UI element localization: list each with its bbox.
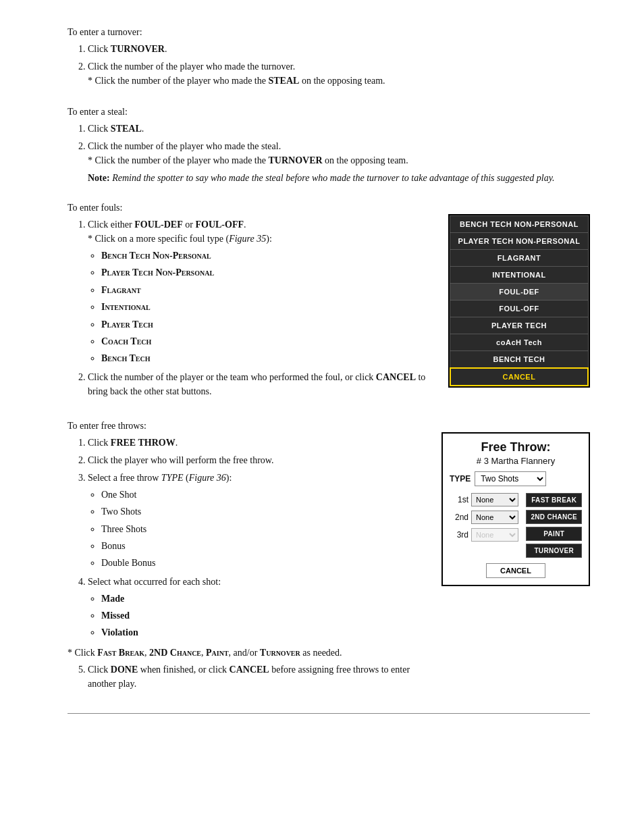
- ft-side-buttons: FAST BREAK 2ND CHANCE PAINT TURNOVER: [526, 493, 582, 558]
- ft-cancel-row: CANCEL: [450, 563, 582, 578]
- ft-shot-row-3: 3rd None: [450, 528, 522, 542]
- foul-type-bench-tech: Bench Tech: [101, 351, 428, 366]
- ft-shot-2nd-dropdown[interactable]: None Made Missed Violation: [471, 511, 518, 524]
- foul-type-intentional: Intentional: [101, 300, 428, 315]
- ft-shot-row-2: 2nd None Made Missed Violation: [450, 511, 522, 524]
- fouls-intro: To enter fouls:: [68, 203, 590, 213]
- ft-shot-label-2nd: 2nd: [450, 513, 468, 522]
- ft-fast-break-ref: Fast Break: [97, 648, 144, 658]
- ft-shot-3rd-dropdown[interactable]: None: [471, 528, 518, 542]
- bottom-rule: [68, 713, 590, 714]
- steal-note: Note: Remind the spotter to say who made…: [88, 173, 590, 184]
- ft-step-5: Click DONE when finished, or click CANCE…: [88, 662, 421, 691]
- ft-two-shots: Two Shots: [101, 504, 421, 519]
- paint-button[interactable]: PAINT: [526, 527, 582, 541]
- ft-step-4: Select what occurred for each shot: Made…: [88, 575, 421, 641]
- ft-panel-subtitle: # 3 Martha Flannery: [450, 456, 582, 466]
- ft-bonus: Bonus: [101, 539, 421, 554]
- fouls-row: Click either FOUL-DEF or FOUL-OFF. * Cli…: [68, 217, 590, 402]
- fouls-step-2: Click the number of the player or the te…: [88, 370, 428, 398]
- foul-type-coach-tech: Coach Tech: [101, 334, 428, 349]
- player-tech-button[interactable]: PLAYER TECH: [450, 317, 589, 334]
- note-before: before: [286, 173, 309, 183]
- foul-off-link: FOUL-OFF: [195, 219, 244, 230]
- foul-def-button[interactable]: FOUL-DEF: [450, 283, 589, 300]
- foul-off-button[interactable]: FOUL-OFF: [450, 300, 589, 317]
- ft-2nd-chance-ref: 2ND Chance: [149, 648, 201, 658]
- turnover-section: To enter a turnover: Click TURNOVER. Cli…: [68, 27, 590, 88]
- fouls-panel: BENCH TECH NON-PERSONAL PLAYER TECH NON-…: [448, 214, 590, 388]
- bench-tech-np-button[interactable]: BENCH TECH NON-PERSONAL: [450, 215, 589, 232]
- ft-one-shot: One Shot: [101, 488, 421, 502]
- bench-tech-button[interactable]: BENCH TECH: [450, 350, 589, 367]
- note-label: Note:: [88, 173, 110, 183]
- foul-type-player-tech: Player Tech: [101, 317, 428, 332]
- ft-text: Click FREE THROW. Click the player who w…: [68, 436, 421, 694]
- coach-tech-button[interactable]: coAcH Tech: [450, 334, 589, 350]
- ft-shots-area: 1st None Made Missed Violation 2nd None …: [450, 493, 582, 558]
- ft-type-label: TYPE: [450, 474, 471, 484]
- ft-footnote: * Click Fast Break, 2ND Chance, Paint, a…: [68, 648, 421, 658]
- ft-three-shots: Three Shots: [101, 522, 421, 537]
- steal-intro: To enter a steal:: [68, 107, 590, 118]
- ft-double-bonus: Double Bonus: [101, 556, 421, 571]
- turnover-step-1: Click TURNOVER.: [88, 42, 590, 56]
- player-tech-np-button[interactable]: PLAYER TECH NON-PERSONAL: [450, 232, 589, 249]
- ft-shot-1st-dropdown[interactable]: None Made Missed Violation: [471, 493, 518, 506]
- ft-type-row: TYPE One Shot Two Shots Three Shots Bonu…: [450, 471, 582, 486]
- ft-type-list: One Shot Two Shots Three Shots Bonus Dou…: [101, 488, 421, 571]
- figure35-ref: Figure 35: [229, 234, 266, 244]
- ft-shot-label-1st: 1st: [450, 495, 468, 504]
- ft-row: Click FREE THROW. Click the player who w…: [68, 436, 590, 694]
- figure36-ref: Figure 36: [189, 473, 226, 483]
- intentional-button[interactable]: INTENTIONAL: [450, 266, 589, 283]
- foul-types-list: Bench Tech Non-Personal Player Tech Non-…: [101, 249, 428, 367]
- ft-done-ref: DONE: [111, 664, 138, 675]
- ft-shot-label-3rd: 3rd: [450, 530, 468, 540]
- ft-step-3: Select a free throw TYPE (Figure 36): On…: [88, 471, 421, 571]
- ft-paint-ref: Paint: [206, 648, 229, 658]
- fouls-cancel-button[interactable]: CANCEL: [450, 367, 589, 386]
- ft-outcome-list: Made Missed Violation: [101, 592, 421, 641]
- turnover-ref: TURNOVER: [268, 155, 322, 165]
- ft-section: To enter free throws: Click FREE THROW. …: [68, 421, 590, 694]
- ft-made: Made: [101, 592, 421, 606]
- steal-ref: STEAL: [268, 76, 299, 86]
- ft-shots-left: 1st None Made Missed Violation 2nd None …: [450, 493, 522, 558]
- turnover-step-2: Click the number of the player who made …: [88, 59, 590, 88]
- ft-turnover-ref: Turnover: [260, 648, 300, 658]
- ft-panel: Free Throw: # 3 Martha Flannery TYPE One…: [441, 432, 590, 586]
- turnover-intro: To enter a turnover:: [68, 27, 590, 38]
- foul-type-flagrant: Flagrant: [101, 283, 428, 298]
- steal-step-2: Click the number of the player who made …: [88, 139, 590, 167]
- steal-section: To enter a steal: Click STEAL. Click the…: [68, 107, 590, 184]
- ft-type-italic: TYPE: [161, 473, 184, 483]
- 2nd-chance-button[interactable]: 2ND CHANCE: [526, 510, 582, 524]
- steal-link: STEAL: [111, 124, 142, 134]
- flagrant-button[interactable]: FLAGRANT: [450, 249, 589, 266]
- steal-step-1: Click STEAL.: [88, 122, 590, 136]
- foul-type-player-tech-np: Player Tech Non-Personal: [101, 265, 428, 280]
- foul-type-bench-tech-np: Bench Tech Non-Personal: [101, 249, 428, 263]
- ft-panel-title: Free Throw:: [450, 440, 582, 454]
- ft-step-2: Click the player who will perform the fr…: [88, 453, 421, 467]
- fouls-text: Click either FOUL-DEF or FOUL-OFF. * Cli…: [68, 217, 428, 402]
- turnover-link: TURNOVER: [111, 44, 165, 54]
- fast-break-button[interactable]: FAST BREAK: [526, 493, 582, 507]
- ft-link: FREE THROW: [111, 438, 176, 448]
- foul-def-link: FOUL-DEF: [134, 219, 183, 230]
- fouls-cancel-ref: CANCEL: [376, 372, 416, 382]
- ft-cancel-ref: CANCEL: [230, 664, 269, 675]
- ft-cancel-button[interactable]: CANCEL: [486, 563, 545, 578]
- fouls-step-1: Click either FOUL-DEF or FOUL-OFF. * Cli…: [88, 217, 428, 367]
- ft-step-1: Click FREE THROW.: [88, 436, 421, 450]
- fouls-section: To enter fouls: Click either FOUL-DEF or…: [68, 203, 590, 402]
- ft-missed: Missed: [101, 608, 421, 623]
- ft-shot-row-1: 1st None Made Missed Violation: [450, 493, 522, 506]
- turnover-button[interactable]: TURNOVER: [526, 544, 582, 558]
- ft-intro: To enter free throws:: [68, 421, 590, 432]
- ft-violation: Violation: [101, 625, 421, 640]
- ft-type-dropdown[interactable]: One Shot Two Shots Three Shots Bonus Dou…: [475, 471, 546, 486]
